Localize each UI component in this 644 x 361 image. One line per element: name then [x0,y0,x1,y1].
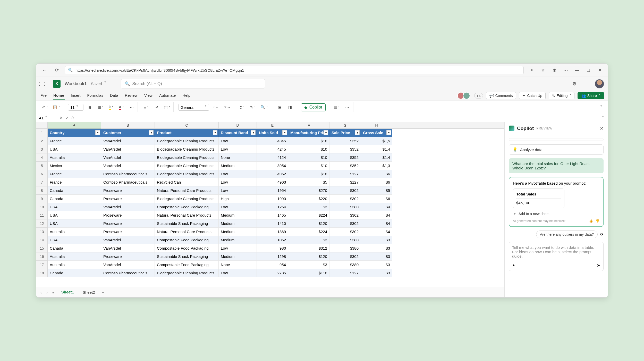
cell[interactable]: Medium [219,211,257,219]
row-header[interactable]: 13 [36,228,48,236]
copilot-toolbar-button[interactable]: ◆ Copilot [301,103,326,111]
cell[interactable]: 1298 [257,252,288,261]
cell[interactable]: Low [219,186,257,195]
analyze-data-button[interactable]: ◨ [286,103,294,111]
cell[interactable]: $1,4 [361,153,392,162]
refresh-button[interactable]: ⟳ [52,66,61,75]
cell[interactable]: USA [48,203,101,211]
followup-suggestion[interactable]: Are there any outliers in my data? [536,231,598,238]
cell[interactable]: Medium [219,252,257,261]
formula-bar-expand-icon[interactable]: ˅ [600,114,608,122]
table-header-manufacturing-price[interactable]: Manufacturing Price▾ [288,129,329,137]
thumbs-down-icon[interactable]: 👎 [596,219,599,223]
cell[interactable]: $380 [329,203,361,211]
decrease-decimal-button[interactable]: .00→ [222,103,232,111]
row-header[interactable]: 15 [36,244,48,252]
cell[interactable]: Medium [219,162,257,170]
cell[interactable]: Australia [48,261,101,269]
cell[interactable]: $127 [329,170,361,178]
row-header[interactable]: 10 [36,203,48,211]
align-button[interactable]: ≡˅ [142,103,150,111]
cell[interactable]: Proseware [101,219,155,228]
add-to-sheet-button[interactable]: ＋ Add to a new sheet [513,211,599,216]
cell[interactable]: France [48,178,101,186]
cell[interactable]: Proseware [101,211,155,219]
cell[interactable]: $110 [288,269,329,277]
cell[interactable]: Low [219,170,257,178]
row-header[interactable]: 4 [36,153,48,162]
cell[interactable]: $220 [288,195,329,203]
cell[interactable]: $1,5 [361,137,392,145]
row-header[interactable]: 17 [36,261,48,269]
cell[interactable]: Biodegradable Cleaning Products [155,153,219,162]
favorite-icon[interactable]: ☆ [539,66,547,75]
row-header[interactable]: 7 [36,178,48,186]
row-header[interactable]: 3 [36,145,48,153]
column-header-D[interactable]: D [219,122,257,128]
select-all-corner[interactable] [36,122,48,128]
cell[interactable]: $10 [288,145,329,153]
workbook-name[interactable]: Workbook1 · Saved ˅ [65,81,106,86]
cell[interactable]: $6 [361,195,392,203]
cell[interactable]: 4124 [257,153,288,162]
ribbon-tab-data[interactable]: Data [109,92,119,100]
copilot-prompt-box[interactable]: Tell me what you want to do with data in… [509,242,604,271]
cell[interactable]: $352 [329,137,361,145]
address-bar[interactable]: 🔍 https://onedrive.live.com/:w:/t/EaCKkP… [65,66,524,74]
cell[interactable]: VanArsdel [101,137,155,145]
cell[interactable]: $10 [288,137,329,145]
ribbon-tab-help[interactable]: Help [182,92,191,100]
cell[interactable]: USA [48,236,101,244]
filter-dropdown-icon[interactable]: ▾ [282,130,287,135]
cell[interactable]: Low [219,145,257,153]
cell[interactable]: VanArsdel [101,153,155,162]
spreadsheet-grid[interactable]: ABCDEFGH 1Country▾Customer▾Product▾Disco… [36,122,505,297]
minimize-window[interactable]: — [573,66,581,75]
cell[interactable]: Sustainable Snack Packaging [155,219,219,228]
cell[interactable]: Sustainable Snack Packaging [155,252,219,261]
cell[interactable]: Compostable Food Packaging [155,236,219,244]
cell[interactable]: Low [219,244,257,252]
table-header-sale-price[interactable]: Sale Price▾ [329,129,361,137]
ribbon-tab-view[interactable]: View [144,92,153,100]
presence-avatars[interactable] [459,92,470,99]
column-header-H[interactable]: H [361,122,392,128]
cell[interactable]: USA [48,145,101,153]
sheet-tab-sheet1[interactable]: Sheet1 [58,288,77,296]
ribbon-tab-formulas[interactable]: Formulas [87,92,104,100]
cell[interactable]: $4 [361,211,392,219]
cell[interactable]: $5 [288,178,329,186]
bold-button[interactable]: B [86,103,94,111]
cell[interactable]: $3 [361,236,392,244]
maximize-window[interactable]: □ [584,66,593,75]
column-header-B[interactable]: B [101,122,155,128]
column-header-G[interactable]: G [329,122,361,128]
filter-dropdown-icon[interactable]: ▾ [95,130,100,135]
table-header-units-sold[interactable]: Units Sold▾ [257,129,288,137]
cell[interactable]: Biodegradable Cleaning Products [155,269,219,277]
prompt-guide-icon[interactable]: ✦ [512,263,515,268]
cell[interactable]: $302 [329,211,361,219]
cell[interactable]: $3 [288,236,329,244]
find-button[interactable]: 🔍˅ [259,103,269,111]
more-font-icon[interactable]: ⋯ [128,103,135,111]
cell[interactable]: Biodegradable Cleaning Products [155,170,219,178]
filter-dropdown-icon[interactable]: ▾ [355,130,360,135]
more-toolbar-icon[interactable]: ⋯ [343,103,351,111]
format-table-button[interactable]: ▤˅ [333,103,341,111]
number-format-select[interactable]: General ˅ [178,104,209,111]
fill-color-button[interactable]: ◊˅ [107,103,115,111]
cell[interactable]: Canada [48,186,101,195]
cell[interactable]: Contoso Pharmaceuticals [101,269,155,277]
more-browser-icon[interactable]: ⋯ [561,66,570,75]
cell[interactable]: Low [219,137,257,145]
cell[interactable]: USA [48,211,101,219]
column-header-C[interactable]: C [155,122,219,128]
cell[interactable]: 1052 [257,236,288,244]
filter-dropdown-icon[interactable]: ▾ [324,130,328,135]
cell[interactable]: Biodegradable Cleaning Products [155,195,219,203]
cell[interactable]: Low [219,178,257,186]
cell[interactable]: Contoso Pharmaceuticals [101,178,155,186]
cell[interactable]: Natural Personal Care Products [155,211,219,219]
cell[interactable]: $127 [329,269,361,277]
